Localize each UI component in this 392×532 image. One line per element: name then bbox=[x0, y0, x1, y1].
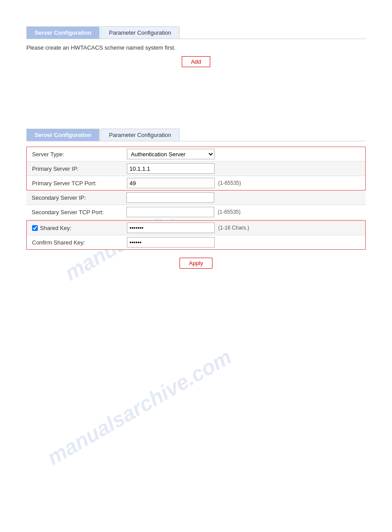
primary-ip-row: Primary Server IP: bbox=[27, 162, 365, 176]
secondary-ip-label: Secondary Server IP: bbox=[26, 192, 123, 204]
add-button[interactable]: Add bbox=[182, 56, 210, 67]
confirm-key-control bbox=[123, 235, 365, 249]
primary-port-row: Primary Server TCP Port: (1-65535) bbox=[27, 176, 365, 190]
server-type-control: Authentication Server Authorization Serv… bbox=[123, 147, 365, 161]
watermark-2: manualsarchive.com bbox=[43, 345, 236, 470]
tab-server-config-1[interactable]: Server Configuration bbox=[26, 26, 100, 39]
secondary-ip-input[interactable] bbox=[126, 192, 214, 203]
shared-key-control: (1-16 Chars.) bbox=[123, 221, 365, 235]
confirm-key-input[interactable] bbox=[127, 237, 215, 248]
tab-bar-1: Server Configuration Parameter Configura… bbox=[26, 26, 366, 39]
secondary-ip-row: Secondary Server IP: bbox=[26, 191, 366, 205]
shared-key-label: Shared Key: bbox=[40, 225, 72, 231]
server-type-label: Server Type: bbox=[27, 148, 123, 160]
primary-port-control: (1-65535) bbox=[123, 176, 365, 190]
tab-param-config-2[interactable]: Parameter Configuration bbox=[101, 129, 180, 141]
confirm-key-row: Confirm Shared Key: bbox=[27, 235, 365, 249]
shared-key-label-area: Shared Key: bbox=[27, 222, 123, 234]
shared-key-checkbox[interactable] bbox=[32, 225, 38, 231]
server-type-row: Server Type: Authentication Server Autho… bbox=[27, 147, 365, 162]
primary-ip-input[interactable] bbox=[127, 163, 215, 174]
primary-port-hint: (1-65535) bbox=[218, 180, 241, 186]
secondary-port-label: Secondary Server TCP Port: bbox=[26, 206, 123, 218]
shared-key-row: Shared Key: (1-16 Chars.) bbox=[27, 221, 365, 235]
info-text: Please create an HWTACACS scheme named s… bbox=[26, 44, 366, 51]
primary-port-input[interactable] bbox=[127, 178, 215, 188]
apply-button[interactable]: Apply bbox=[180, 258, 212, 269]
secondary-port-row: Secondary Server TCP Port: (1-65535) bbox=[26, 205, 366, 219]
tab-bar-2: Server Configuration Parameter Configura… bbox=[26, 129, 366, 141]
primary-port-label: Primary Server TCP Port: bbox=[27, 177, 123, 189]
secondary-port-control: (1-65535) bbox=[123, 205, 366, 219]
shared-key-group: Shared Key: (1-16 Chars.) Confirm Shared… bbox=[26, 220, 366, 250]
secondary-ip-control bbox=[123, 191, 366, 205]
server-type-group: Server Type: Authentication Server Autho… bbox=[26, 147, 366, 191]
primary-ip-control bbox=[123, 162, 365, 176]
primary-ip-label: Primary Server IP: bbox=[27, 163, 123, 175]
tab-param-config-1[interactable]: Parameter Configuration bbox=[101, 26, 180, 39]
confirm-key-label: Confirm Shared Key: bbox=[27, 237, 123, 248]
secondary-port-hint: (1-65535) bbox=[218, 209, 241, 215]
secondary-port-input[interactable] bbox=[126, 207, 214, 217]
server-type-select[interactable]: Authentication Server Authorization Serv… bbox=[127, 149, 215, 159]
tab-server-config-2[interactable]: Server Configuration bbox=[26, 129, 100, 141]
shared-key-input[interactable] bbox=[127, 223, 215, 233]
shared-key-hint: (1-16 Chars.) bbox=[218, 225, 249, 231]
